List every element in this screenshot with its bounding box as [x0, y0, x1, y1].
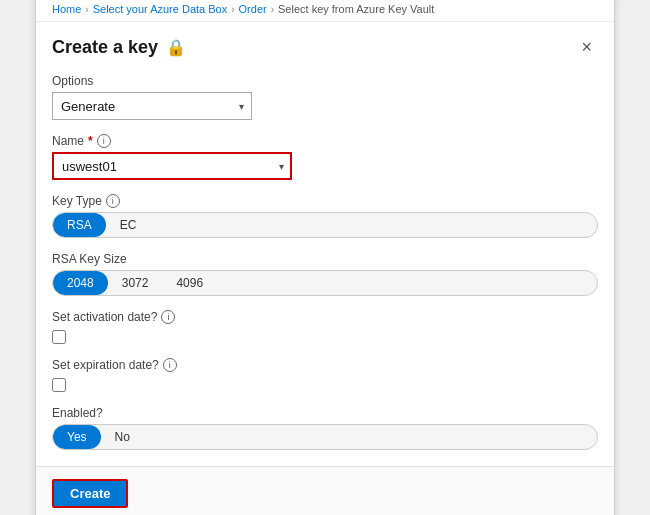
name-info-icon[interactable]: i [97, 134, 111, 148]
rsa-size-group: RSA Key Size 2048 3072 4096 [52, 252, 598, 296]
breadcrumb-current: Select key from Azure Key Vault [278, 3, 434, 15]
breadcrumb-azure-data-box[interactable]: Select your Azure Data Box [93, 3, 228, 15]
enabled-yes-button[interactable]: Yes [53, 425, 101, 449]
name-group: Name * i ▾ [52, 134, 598, 180]
activation-label-row: Set activation date? i [52, 310, 598, 324]
options-group: Options Generate Import Restore from bac… [52, 74, 598, 120]
key-type-rsa-button[interactable]: RSA [53, 213, 106, 237]
expiration-info-icon[interactable]: i [163, 358, 177, 372]
form-content: Options Generate Import Restore from bac… [36, 66, 614, 466]
key-type-ec-button[interactable]: EC [106, 213, 151, 237]
breadcrumb-home[interactable]: Home [52, 3, 81, 15]
options-select-wrapper: Generate Import Restore from backup ▾ [52, 92, 252, 120]
close-button[interactable]: × [575, 36, 598, 58]
breadcrumb-sep-2: › [231, 4, 234, 15]
key-type-group: Key Type i RSA EC [52, 194, 598, 238]
activation-group: Set activation date? i [52, 310, 598, 344]
expiration-checkbox[interactable] [52, 378, 66, 392]
name-input-wrapper: ▾ [52, 152, 292, 180]
name-label-row: Name * i [52, 134, 598, 148]
name-required-marker: * [88, 134, 93, 148]
rsa-size-toggle-group: 2048 3072 4096 [52, 270, 598, 296]
panel-footer: Create [36, 466, 614, 515]
rsa-2048-button[interactable]: 2048 [53, 271, 108, 295]
key-type-label-text: Key Type [52, 194, 102, 208]
create-key-panel: Home › Select your Azure Data Box › Orde… [35, 0, 615, 515]
page-title: Create a key [52, 37, 158, 58]
options-label: Options [52, 74, 598, 88]
options-select[interactable]: Generate Import Restore from backup [52, 92, 252, 120]
enabled-group: Enabled? Yes No [52, 406, 598, 450]
key-type-label-row: Key Type i [52, 194, 598, 208]
expiration-label-text: Set expiration date? [52, 358, 159, 372]
activation-checkbox[interactable] [52, 330, 66, 344]
rsa-3072-button[interactable]: 3072 [108, 271, 163, 295]
key-type-toggle-group: RSA EC [52, 212, 598, 238]
enabled-no-button[interactable]: No [101, 425, 144, 449]
create-button[interactable]: Create [52, 479, 128, 508]
lock-icon: 🔒 [166, 38, 186, 57]
breadcrumb-sep-1: › [85, 4, 88, 15]
expiration-label-row: Set expiration date? i [52, 358, 598, 372]
activation-info-icon[interactable]: i [161, 310, 175, 324]
key-type-info-icon[interactable]: i [106, 194, 120, 208]
name-label-text: Name [52, 134, 84, 148]
enabled-label: Enabled? [52, 406, 598, 420]
breadcrumb-order[interactable]: Order [239, 3, 267, 15]
expiration-group: Set expiration date? i [52, 358, 598, 392]
name-input[interactable] [52, 152, 292, 180]
enabled-toggle-group: Yes No [52, 424, 598, 450]
rsa-4096-button[interactable]: 4096 [162, 271, 217, 295]
breadcrumb-sep-3: › [271, 4, 274, 15]
breadcrumb: Home › Select your Azure Data Box › Orde… [36, 0, 614, 22]
activation-checkbox-row [52, 330, 598, 344]
expiration-checkbox-row [52, 378, 598, 392]
activation-label-text: Set activation date? [52, 310, 157, 324]
header-left: Create a key 🔒 [52, 37, 186, 58]
rsa-size-label: RSA Key Size [52, 252, 598, 266]
panel-header: Create a key 🔒 × [36, 22, 614, 66]
